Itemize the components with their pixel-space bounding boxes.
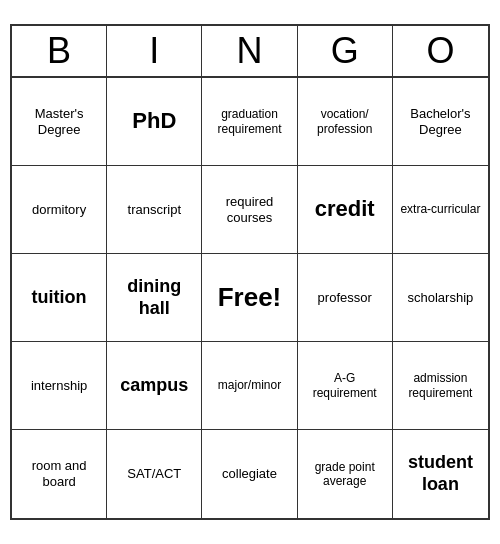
- cell-text-19: admission requirement: [397, 371, 484, 400]
- bingo-cell-11: dining hall: [107, 254, 202, 342]
- bingo-cell-1: PhD: [107, 78, 202, 166]
- cell-text-14: scholarship: [408, 290, 474, 306]
- bingo-cell-7: required courses: [202, 166, 297, 254]
- bingo-cell-12: Free!: [202, 254, 297, 342]
- header-letter-I: I: [107, 26, 202, 76]
- bingo-cell-15: internship: [12, 342, 107, 430]
- bingo-grid: Master's DegreePhDgraduation requirement…: [12, 78, 488, 518]
- header-letter-N: N: [202, 26, 297, 76]
- bingo-cell-14: scholarship: [393, 254, 488, 342]
- bingo-cell-2: graduation requirement: [202, 78, 297, 166]
- bingo-cell-21: SAT/ACT: [107, 430, 202, 518]
- cell-text-17: major/minor: [218, 378, 281, 392]
- cell-text-24: student loan: [397, 452, 484, 495]
- cell-text-6: transcript: [128, 202, 181, 218]
- cell-text-4: Bachelor's Degree: [397, 106, 484, 137]
- bingo-cell-8: credit: [298, 166, 393, 254]
- cell-text-21: SAT/ACT: [127, 466, 181, 482]
- cell-text-15: internship: [31, 378, 87, 394]
- bingo-cell-13: professor: [298, 254, 393, 342]
- header-letter-G: G: [298, 26, 393, 76]
- bingo-cell-3: vocation/ profession: [298, 78, 393, 166]
- header-letter-O: O: [393, 26, 488, 76]
- bingo-cell-5: dormitory: [12, 166, 107, 254]
- bingo-cell-17: major/minor: [202, 342, 297, 430]
- bingo-cell-6: transcript: [107, 166, 202, 254]
- bingo-cell-19: admission requirement: [393, 342, 488, 430]
- bingo-cell-18: A-G requirement: [298, 342, 393, 430]
- bingo-cell-22: collegiate: [202, 430, 297, 518]
- cell-text-7: required courses: [206, 194, 292, 225]
- bingo-cell-20: room and board: [12, 430, 107, 518]
- cell-text-0: Master's Degree: [16, 106, 102, 137]
- bingo-cell-9: extra-curricular: [393, 166, 488, 254]
- cell-text-16: campus: [120, 375, 188, 397]
- cell-text-3: vocation/ profession: [302, 107, 388, 136]
- cell-text-23: grade point average: [302, 460, 388, 489]
- cell-text-13: professor: [318, 290, 372, 306]
- cell-text-8: credit: [315, 196, 375, 222]
- header-letter-B: B: [12, 26, 107, 76]
- bingo-cell-23: grade point average: [298, 430, 393, 518]
- bingo-header: BINGO: [12, 26, 488, 78]
- cell-text-18: A-G requirement: [302, 371, 388, 400]
- cell-text-12: Free!: [218, 282, 282, 313]
- bingo-cell-10: tuition: [12, 254, 107, 342]
- bingo-card: BINGO Master's DegreePhDgraduation requi…: [10, 24, 490, 520]
- cell-text-20: room and board: [16, 458, 102, 489]
- bingo-cell-4: Bachelor's Degree: [393, 78, 488, 166]
- bingo-cell-24: student loan: [393, 430, 488, 518]
- cell-text-11: dining hall: [111, 276, 197, 319]
- cell-text-5: dormitory: [32, 202, 86, 218]
- cell-text-10: tuition: [32, 287, 87, 309]
- cell-text-1: PhD: [132, 108, 176, 134]
- cell-text-2: graduation requirement: [206, 107, 292, 136]
- cell-text-22: collegiate: [222, 466, 277, 482]
- bingo-cell-16: campus: [107, 342, 202, 430]
- cell-text-9: extra-curricular: [400, 202, 480, 216]
- bingo-cell-0: Master's Degree: [12, 78, 107, 166]
